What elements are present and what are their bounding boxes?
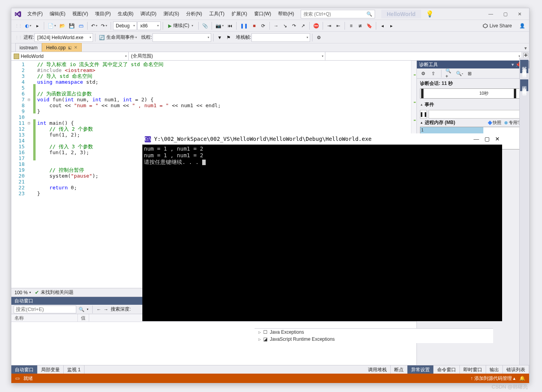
indent-button[interactable]: ⇥ (325, 21, 334, 31)
step-over-button[interactable]: ↷ (290, 21, 298, 31)
menu-f[interactable]: 文件(F) (24, 9, 46, 19)
forward-button[interactable]: ▸ (33, 21, 42, 31)
console-title-bar[interactable]: C:\ Y:\002_WorkSpace\002_VS\HelloWorld\H… (142, 134, 502, 145)
col-value[interactable]: 值 (78, 314, 89, 322)
snapshot-button[interactable]: 📷 (214, 21, 225, 31)
bottom-tab[interactable]: 即时窗口 (460, 365, 486, 374)
scope-combo[interactable]: (全局范围) (129, 52, 325, 60)
search-icon[interactable]: 🔍 (79, 307, 84, 312)
col-name[interactable]: 名称 (11, 314, 78, 322)
zoom-in-icon[interactable]: 🔍+ (445, 70, 453, 77)
events-track[interactable] (429, 110, 526, 119)
tab-dropdown-icon[interactable]: ▾ (522, 45, 529, 52)
bookmark-button[interactable]: 🔖 (365, 21, 374, 31)
new-project-button[interactable]: 📄 (46, 21, 57, 31)
stackframe-combo[interactable] (251, 33, 310, 42)
close-button[interactable]: ✕ (513, 9, 527, 20)
continue-button[interactable]: ▶继续(C) (165, 21, 196, 31)
autos-search-input[interactable] (14, 306, 76, 313)
prev-snapshot-button[interactable]: ⏮ (226, 21, 234, 31)
nav-back-icon[interactable]: ← (97, 307, 101, 312)
process-combo[interactable]: [3624] HelloWorld.exe (34, 33, 93, 42)
undo-button[interactable]: ↶ (90, 21, 99, 31)
reset-view-icon[interactable]: ⊞ (466, 70, 474, 77)
next-bookmark-button[interactable]: ▸ (387, 21, 396, 31)
save-all-button[interactable]: 🗃 (77, 21, 85, 31)
menu-n[interactable]: 分析(N) (183, 9, 206, 19)
restart-button[interactable]: ⟳ (259, 21, 267, 31)
notifications-icon[interactable]: 🔔 (519, 376, 525, 381)
bottom-tab[interactable]: 异常设置 (407, 365, 434, 374)
stackframe-opts-button[interactable]: ⚙ (314, 33, 323, 42)
show-next-stmt-button[interactable]: → (272, 21, 280, 31)
solution-explorer-tab[interactable]: 解决方案资源管理器 (520, 60, 528, 73)
menu-p[interactable]: 项目(P) (92, 9, 114, 19)
comment-button[interactable]: ≡ (347, 21, 355, 31)
open-button[interactable]: 📂 (58, 21, 67, 31)
bottom-tab[interactable]: 局部变量 (38, 365, 64, 374)
exception-settings-content[interactable]: ▷☐Java Exceptions ▷◪JavaScript Runtime E… (255, 328, 493, 343)
events-pause-icon[interactable]: ❚❚ (420, 110, 427, 119)
zoom-combo[interactable]: 100 %▾ (14, 290, 31, 295)
menu-w[interactable]: 窗口(W) (251, 9, 275, 19)
attach-process-button[interactable]: 📎 (201, 21, 210, 31)
minimize-button[interactable]: — (484, 9, 498, 20)
prev-bookmark-button[interactable]: ◂ (378, 21, 387, 31)
menu-x[interactable]: 扩展(X) (228, 9, 251, 19)
back-button[interactable]: ◐ (23, 21, 33, 31)
issues-indicator[interactable]: ✔ 未找到相关问题 (35, 289, 74, 296)
quick-search[interactable]: 🔍 (301, 10, 375, 18)
uncomment-button[interactable]: ≢ (356, 21, 364, 31)
close-tab-icon[interactable]: ✕ (74, 45, 77, 50)
export-icon[interactable]: ⇪ (429, 70, 437, 77)
console-close[interactable]: ✕ (495, 136, 500, 142)
console-maximize[interactable]: ▢ (485, 136, 490, 142)
thread-combo[interactable] (153, 33, 211, 42)
settings-icon[interactable]: ⚙ (419, 70, 427, 77)
tab-hello-cpp[interactable]: Hello.cpp ⬕ ✕ (42, 43, 82, 52)
intellisense-bulb-icon[interactable]: 💡 (426, 10, 434, 18)
scm-button[interactable]: ↑ 添加到源代码管理 ▴ (470, 375, 515, 382)
stop-button[interactable]: ■ (250, 21, 258, 31)
team-explorer-tab[interactable]: 团队资源管理器 (520, 79, 528, 91)
menu-s[interactable]: 测试(S) (160, 9, 183, 19)
step-out-button[interactable]: ↗ (299, 21, 307, 31)
flag-threads-button[interactable]: ⚑ (224, 33, 233, 42)
menu-e[interactable]: 编辑(E) (46, 9, 69, 19)
quick-search-input[interactable] (303, 11, 364, 17)
menu-v[interactable]: 视图(V) (69, 9, 92, 19)
bottom-tab[interactable]: 自动窗口 (11, 365, 38, 374)
redo-button[interactable]: ↷ (99, 21, 109, 31)
events-section-header[interactable]: ▲事件 (417, 100, 529, 109)
bottom-tab[interactable]: 错误列表 (503, 365, 529, 374)
fold-gutter[interactable]: ⊟ ⊟ (28, 61, 33, 288)
tab-iostream[interactable]: iostream (15, 43, 42, 52)
filter-threads-button[interactable]: ▼ (215, 33, 224, 42)
bottom-tab[interactable]: 断点 (391, 365, 407, 374)
member-combo[interactable] (325, 52, 522, 60)
nav-fwd-icon[interactable]: → (104, 307, 108, 312)
bottom-tab[interactable]: 输出 (486, 365, 503, 374)
maximize-button[interactable]: ▢ (498, 9, 512, 20)
live-share-button[interactable]: Live Share (479, 23, 515, 29)
project-combo[interactable]: HelloWorld (11, 52, 129, 60)
pause-button[interactable]: ❚❚ (239, 21, 249, 31)
config-combo[interactable]: Debug (113, 22, 137, 30)
menu-h[interactable]: 帮助(H) (275, 9, 298, 19)
lifecycle-events-button[interactable]: 🔄 生命周期事件 (97, 33, 138, 42)
bottom-tab[interactable]: 命令窗口 (434, 365, 460, 374)
platform-combo[interactable]: x86 (137, 22, 161, 30)
zoom-out-icon[interactable]: 🔍- (456, 70, 463, 77)
bottom-tab[interactable]: 调用堆栈 (364, 365, 391, 374)
menu-t[interactable]: 工具(T) (206, 9, 228, 19)
diagnostics-time-ruler[interactable]: 10秒 (420, 88, 526, 99)
pin-icon[interactable]: ⬕ (68, 45, 72, 50)
dropdown-icon[interactable]: ▾ (511, 62, 514, 67)
step-into-button[interactable]: ↘ (281, 21, 289, 31)
console-minimize[interactable]: — (474, 136, 479, 142)
menu-b[interactable]: 生成(B) (114, 9, 137, 19)
bottom-tab[interactable]: 监视 1 (64, 365, 84, 374)
memory-section-header[interactable]: ▲ 进程内存 (MB) 快照 专用字节 (417, 119, 529, 126)
account-icon[interactable]: 👤 (518, 21, 527, 31)
menu-d[interactable]: 调试(D) (137, 9, 160, 19)
